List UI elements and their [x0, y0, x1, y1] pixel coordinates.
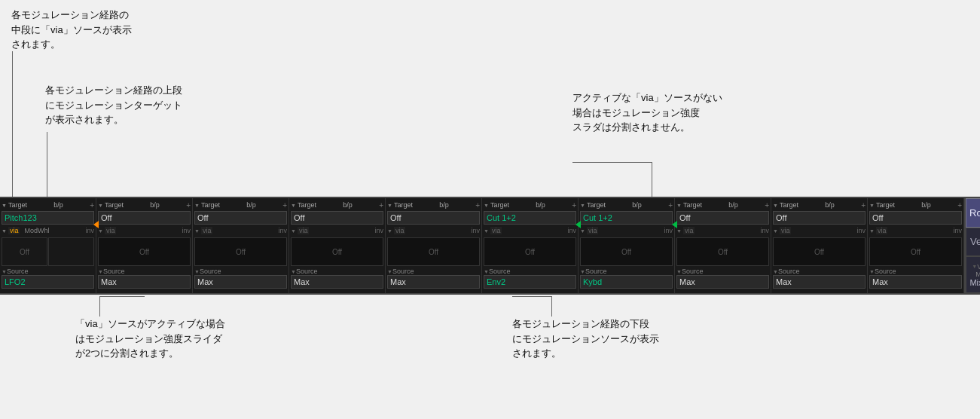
slot-2-slider[interactable]: Off	[194, 237, 287, 266]
slot-1-via-row: ▼ via inv	[98, 225, 191, 236]
slot-0-source-value[interactable]: LFO2	[2, 275, 94, 289]
slot-3-via[interactable]: via	[298, 227, 310, 234]
mod-slot-6: ▼Target b/p+ Cut 1+2 ▼ via inv Off ▼Sour…	[579, 198, 675, 293]
slot-1-src-val[interactable]: Max	[98, 275, 191, 289]
annotation-via-source: 各モジュレーション経路の 中段に「via」ソースが表示 されます。	[11, 8, 132, 52]
slot-6-src-val[interactable]: Kybd	[580, 275, 673, 289]
slot-1-target[interactable]: Off	[98, 211, 191, 225]
slot-1-slider-bar[interactable]: Off	[98, 237, 191, 266]
slot-3-target[interactable]: Off	[291, 211, 383, 225]
slot-0-slider-right[interactable]	[48, 237, 94, 266]
slot-7-via[interactable]: via	[683, 227, 695, 234]
slot-0-off-left: Off	[20, 248, 29, 256]
mod-slot-0: ▼ Target b/p + Pitch123 ▼ via ModWhl inv…	[0, 198, 96, 293]
slot-4-slider[interactable]: Off	[387, 237, 480, 266]
slot-6-via-row: ▼ via inv	[580, 225, 673, 236]
slot-8-header: ▼Target b/p+	[773, 200, 866, 210]
slot-2-src-val[interactable]: Max	[194, 275, 287, 289]
slot-3-src-val[interactable]: Max	[291, 275, 383, 289]
vector-button[interactable]: Vector	[966, 228, 980, 257]
slot-7-slider-bar[interactable]: Off	[676, 237, 769, 266]
slot-2-target[interactable]: Off	[194, 211, 287, 225]
vector-mode-value[interactable]: Mix+XY	[969, 278, 980, 287]
slot-1-slider[interactable]: Off	[98, 237, 191, 266]
mod-slot-4: ▼Target b/p+ Off ▼ via inv Off ▼Source M…	[386, 198, 482, 293]
slot-0-src-tri: ▼	[2, 269, 7, 274]
annotation-source: 各モジュレーション経路の下段 にモジュレーションソースが表示 されます。	[512, 317, 659, 361]
slot-1-source: ▼Source Max	[98, 268, 191, 289]
slot-7-target[interactable]: Off	[676, 211, 769, 225]
slot-4-via-row: ▼ via inv	[387, 225, 480, 236]
vector-mode-button[interactable]: ▼ Vector Mode Mix+XY	[966, 256, 980, 293]
slot-0-target-label: Target	[8, 201, 27, 209]
slot-9-via[interactable]: via	[876, 227, 888, 234]
callout-line-8	[512, 296, 552, 297]
slot-4-src-val[interactable]: Max	[387, 275, 480, 289]
slot-3-slider[interactable]: Off	[291, 237, 383, 266]
slot-2-header: ▼Target b/p+	[194, 200, 287, 210]
slot-1-inv: inv	[182, 227, 191, 234]
slot-7-slider[interactable]: Off	[676, 237, 769, 266]
slot-9-target[interactable]: Off	[869, 211, 962, 225]
slot-7-src-val[interactable]: Max	[676, 275, 769, 289]
slot-5-header: ▼Target b/p+	[484, 200, 576, 210]
slot-0-src-lbl: Source	[7, 268, 29, 275]
slot-2-inv: inv	[278, 227, 287, 234]
slot-5-via[interactable]: via	[490, 227, 502, 234]
slot-4-via[interactable]: via	[394, 227, 406, 234]
slot-1-via[interactable]: via	[105, 227, 117, 234]
slot-0-plus: +	[90, 201, 94, 210]
slot-8-slider-bar[interactable]: Off	[773, 237, 866, 266]
slot-6-slider-bar[interactable]: Off	[580, 237, 673, 266]
slot-9-src-val[interactable]: Max	[869, 275, 962, 289]
slot-5-slider[interactable]: Off	[484, 237, 576, 266]
slot-8-inv: inv	[856, 227, 866, 234]
slot-7-inv: inv	[760, 227, 769, 234]
callout-line-6	[99, 296, 145, 297]
slot-3-slider-bar[interactable]: Off	[291, 237, 383, 266]
slot-6-via[interactable]: via	[587, 227, 599, 234]
slot-0-via-tri: ▼	[2, 228, 7, 234]
slot-8-slider[interactable]: Off	[773, 237, 866, 266]
vector-mode-sublabel: Mode	[975, 271, 980, 278]
router-button[interactable]: Router	[966, 198, 980, 228]
slot-4-target[interactable]: Off	[387, 211, 480, 225]
slot-2-slider-bar[interactable]: Off	[194, 237, 287, 266]
slot-8-via-row: ▼ via inv	[773, 225, 866, 236]
slot-0-via-row: ▼ via ModWhl inv	[2, 225, 94, 236]
slot-9-via-row: ▼ via inv	[869, 225, 962, 236]
device-panel: ▼ Target b/p + Pitch123 ▼ via ModWhl inv…	[0, 197, 980, 295]
mod-slot-1: ▼Target b/p+ Off ▼ via inv Off ▼Source M…	[96, 198, 193, 293]
mod-slot-5: ▼Target b/p+ Cut 1+2 ▼ via inv Off ▼Sour…	[482, 198, 579, 293]
slot-8-src-val[interactable]: Max	[773, 275, 866, 289]
slot-3-via-row: ▼ via inv	[291, 225, 383, 236]
slot-0-slider[interactable]: Off	[2, 237, 94, 266]
slot-6-target[interactable]: Cut 1+2	[580, 211, 673, 225]
mod-slot-3: ▼Target b/p+ Off ▼ via inv Off ▼Source M…	[289, 198, 386, 293]
mod-slots-container: ▼ Target b/p + Pitch123 ▼ via ModWhl inv…	[0, 198, 964, 293]
slot-0-target[interactable]: Pitch123	[2, 211, 94, 225]
callout-line-3	[47, 132, 47, 198]
slot-1-header: ▼Target b/p+	[98, 200, 191, 210]
slot-5-slider-bar[interactable]: Off	[484, 237, 576, 266]
slot-6-slider[interactable]: Off	[580, 237, 673, 266]
slot-0-arrow	[93, 221, 99, 228]
annotation-target: 各モジュレーション経路の上段 にモジュレーションターゲット が表示されます。	[45, 83, 182, 127]
slot-9-slider[interactable]: Off	[869, 237, 962, 266]
callout-line-5	[99, 296, 100, 317]
slot-4-slider-bar[interactable]: Off	[387, 237, 480, 266]
slot-8-via[interactable]: via	[780, 227, 792, 234]
slot-8-target[interactable]: Off	[773, 211, 866, 225]
slot-3-source: ▼Source Max	[291, 268, 383, 289]
slot-5-target[interactable]: Cut 1+2	[484, 211, 576, 225]
slot-0-via-text[interactable]: via	[8, 227, 20, 234]
slot-6-source: ▼Source Kybd	[580, 268, 673, 289]
slot-2-via[interactable]: via	[201, 227, 213, 234]
slot-4-source: ▼Source Max	[387, 268, 480, 289]
slot-0-modwhl[interactable]: ModWhl	[24, 227, 49, 234]
slot-0-slider-left[interactable]: Off	[2, 237, 47, 266]
slot-5-src-val[interactable]: Env2	[484, 275, 576, 289]
right-panel: Router Vector ▼ Vector Mode Mix+XY	[964, 198, 980, 293]
slot-9-slider-bar[interactable]: Off	[869, 237, 962, 266]
mod-slot-2: ▼Target b/p+ Off ▼ via inv Off ▼Source M…	[193, 198, 289, 293]
